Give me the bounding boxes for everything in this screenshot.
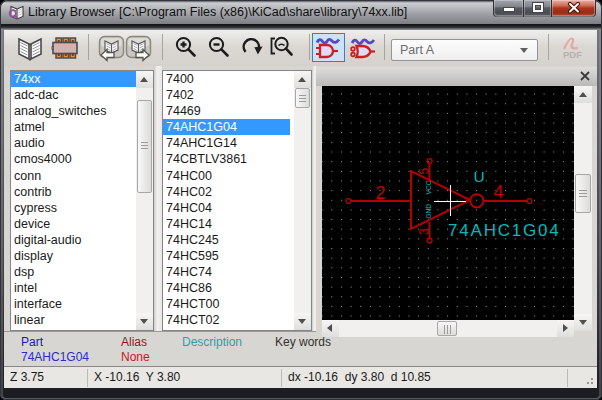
svg-text:5: 5 [417,168,431,175]
svg-text:74AHC1G04: 74AHC1G04 [448,221,561,240]
svg-text:U: U [474,168,485,185]
svg-text:4: 4 [494,182,504,202]
svg-text:VCC: VCC [425,180,432,194]
svg-text:2: 2 [376,183,386,203]
svg-text:GND: GND [425,204,432,219]
svg-text:PDF: PDF [563,49,582,60]
svg-text:3: 3 [417,228,431,235]
